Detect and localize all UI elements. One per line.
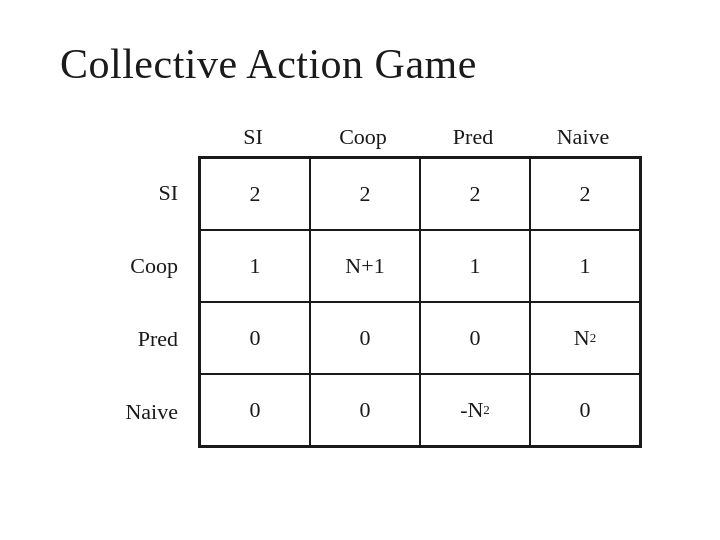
game-matrix: SI Coop Pred Naive SI Coop Pred Naive 2 … — [80, 124, 642, 448]
row-label-pred: Pred — [80, 303, 190, 375]
col-header-pred: Pred — [418, 124, 528, 156]
cell-3-0: 0 — [200, 374, 310, 446]
row-label-naive: Naive — [80, 376, 190, 448]
payoff-grid: 2 2 2 2 1 N+1 1 1 0 0 0 N2 0 0 -N2 0 — [198, 156, 642, 448]
col-header-si: SI — [198, 124, 308, 156]
cell-0-2: 2 — [420, 158, 530, 230]
column-headers: SI Coop Pred Naive — [198, 124, 642, 156]
row-label-coop: Coop — [80, 230, 190, 302]
row-label-si: SI — [80, 157, 190, 229]
cell-1-0: 1 — [200, 230, 310, 302]
cell-2-1: 0 — [310, 302, 420, 374]
cell-1-3: 1 — [530, 230, 640, 302]
cell-0-0: 2 — [200, 158, 310, 230]
col-header-coop: Coop — [308, 124, 418, 156]
cell-0-3: 2 — [530, 158, 640, 230]
cell-1-2: 1 — [420, 230, 530, 302]
cell-3-3: 0 — [530, 374, 640, 446]
page-title: Collective Action Game — [60, 40, 477, 88]
cell-0-1: 2 — [310, 158, 420, 230]
row-labels: SI Coop Pred Naive — [80, 156, 190, 448]
cell-2-0: 0 — [200, 302, 310, 374]
cell-2-3: N2 — [530, 302, 640, 374]
cell-3-1: 0 — [310, 374, 420, 446]
col-header-naive: Naive — [528, 124, 638, 156]
cell-1-1: N+1 — [310, 230, 420, 302]
cell-3-2: -N2 — [420, 374, 530, 446]
table-area: SI Coop Pred Naive 2 2 2 2 1 N+1 1 1 0 0… — [80, 156, 642, 448]
cell-2-2: 0 — [420, 302, 530, 374]
